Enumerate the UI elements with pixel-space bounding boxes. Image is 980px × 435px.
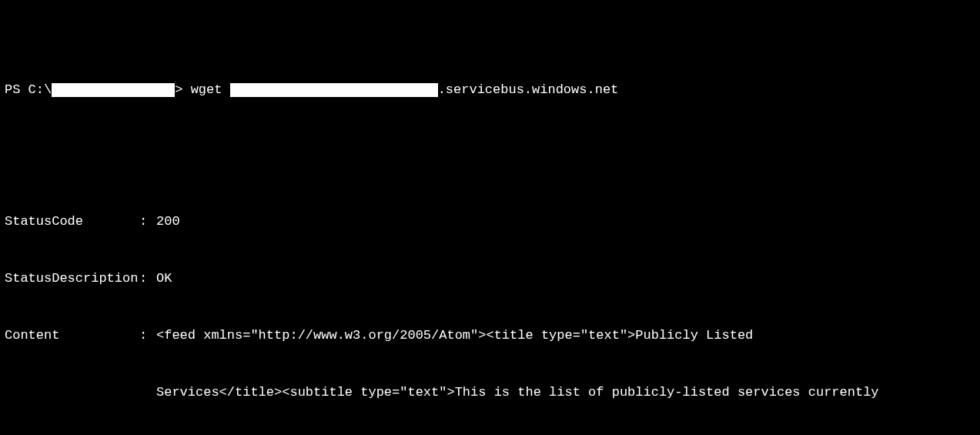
prompt-arrow: > xyxy=(175,81,190,100)
key-statusdescription: StatusDescription xyxy=(5,269,139,289)
row-statusdescription: StatusDescription: OK xyxy=(5,269,975,289)
val-content-0: <feed xmlns="http://www.w3.org/2005/Atom… xyxy=(156,326,753,346)
colon: : xyxy=(139,269,156,289)
colon: : xyxy=(139,212,156,232)
val-statuscode: 200 xyxy=(156,212,180,232)
prompt-prefix: PS C:\ xyxy=(5,81,52,100)
row-content: Content: <feed xmlns="http://www.w3.org/… xyxy=(5,326,975,346)
val-content-1: Services</title><subtitle type="text">Th… xyxy=(156,383,972,403)
output-block: StatusCode: 200 StatusDescription: OK Co… xyxy=(5,174,975,435)
prompt-suffix: .servicebus.windows.net xyxy=(438,81,619,100)
redacted-host xyxy=(230,83,438,97)
val-statusdescription: OK xyxy=(156,269,172,289)
row-statuscode: StatusCode: 200 xyxy=(5,212,975,232)
key-content: Content xyxy=(5,326,139,346)
prompt-line[interactable]: PS C:\> wget .servicebus.windows.net xyxy=(5,81,975,100)
prompt-command: wget xyxy=(191,81,230,100)
key-statuscode: StatusCode xyxy=(5,212,139,232)
redacted-path xyxy=(52,83,175,97)
colon: : xyxy=(139,326,156,346)
